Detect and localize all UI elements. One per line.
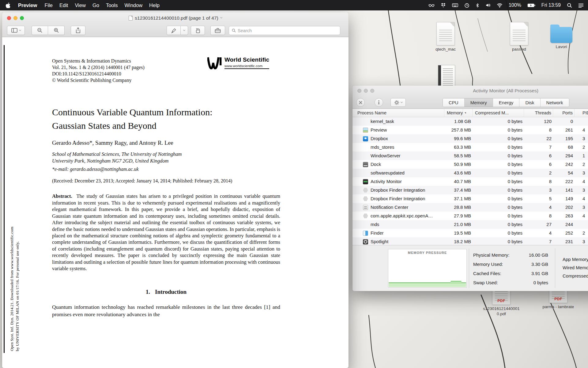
menu-item[interactable]: Help [146, 0, 163, 10]
time-machine-status-icon[interactable] [464, 3, 469, 8]
abstract-text: The study of Gaussian states has arisen … [52, 193, 280, 271]
markup-pen-button[interactable] [167, 26, 181, 35]
process-compressed: 0 bytes [473, 212, 524, 220]
wifi-status-icon[interactable] [497, 3, 503, 8]
process-memory: 19.5 MB [444, 229, 473, 237]
zoom-button[interactable] [20, 16, 24, 20]
desktop-icon-lavori[interactable]: Lavori [541, 22, 581, 50]
menu-item[interactable]: Go [89, 0, 103, 10]
column-compressed[interactable]: Compressed M... [473, 109, 524, 117]
search-input[interactable] [238, 28, 337, 33]
table-row[interactable]: Dropbox Finder Integration 37.4 MB 0 byt… [352, 186, 588, 194]
desktop-icon-passwd[interactable]: passwd [499, 22, 539, 52]
table-row[interactable]: WindowServer 58.5 MB 0 bytes 6 294 1 [352, 151, 588, 160]
process-pid: 4 [575, 212, 588, 220]
markup-button-group [167, 26, 188, 35]
title-chevron-down-icon[interactable] [220, 16, 222, 18]
column-ports[interactable]: Ports [553, 109, 575, 117]
tab[interactable]: Network [540, 98, 569, 107]
menu-item[interactable]: Tools [103, 0, 121, 10]
memory-stat-row: Cached Files: 3.91 GB [473, 269, 548, 278]
zoom-out-button[interactable] [32, 26, 48, 35]
table-row[interactable]: Finder 19.5 MB 0 bytes 4 252 2 [352, 229, 588, 237]
inspect-process-button[interactable] [375, 98, 383, 107]
quit-process-button[interactable] [356, 98, 365, 107]
process-compressed: 0 bytes [473, 203, 524, 212]
preview-window-chrome[interactable]: s1230161214400010.pdf (page 1 of 47) [2, 12, 349, 37]
column-threads[interactable]: Threads [524, 109, 553, 117]
table-row[interactable]: Dropbox Finder Integration 37.1 MB 0 byt… [352, 194, 588, 203]
column-pid[interactable]: PID [575, 109, 588, 117]
column-process-name[interactable]: Process Name [352, 109, 444, 117]
menu-item[interactable]: Preview [15, 0, 41, 10]
battery-icon[interactable] [527, 3, 535, 8]
table-row[interactable]: mds 21.0 MB 0 bytes 27 244 [352, 220, 588, 229]
activity-monitor-titlebar[interactable]: Activity Monitor (All Processes) [352, 86, 588, 96]
minimize-button[interactable] [364, 89, 368, 93]
glasses-status-icon[interactable] [428, 3, 435, 8]
preview-titlebar[interactable]: s1230161214400010.pdf (page 1 of 47) [2, 12, 349, 24]
close-button[interactable] [7, 16, 11, 20]
rotate-button[interactable] [191, 26, 205, 35]
markup-dropdown-button[interactable] [181, 26, 188, 35]
table-row[interactable]: Dropbox 99.6 MB 0 bytes 22 195 3 [352, 134, 588, 143]
window-title: Activity Monitor (All Processes) [473, 88, 538, 94]
memory-stats: Physical Memory: 16.00 GB Memory Used: 3… [473, 250, 548, 287]
process-memory: 27.9 MB [444, 212, 473, 220]
dropbox-status-icon[interactable] [441, 3, 446, 8]
apple-menu[interactable] [0, 2, 15, 8]
tab[interactable]: Memory [464, 98, 493, 107]
table-row[interactable]: mds_stores 63.3 MB 0 bytes 7 68 2 [352, 143, 588, 151]
minimize-button[interactable] [13, 16, 17, 20]
pen-icon [171, 28, 177, 33]
chevron-down-icon [183, 29, 185, 31]
bluetooth-status-icon[interactable] [476, 3, 479, 8]
table-row[interactable]: softwareupdated 43.6 MB 0 bytes 2 54 3 [352, 169, 588, 177]
tab[interactable]: Disk [519, 98, 540, 107]
table-row[interactable]: Activity Monitor 40.7 MB 0 bytes 8 222 4 [352, 177, 588, 186]
tab[interactable]: Energy [493, 98, 519, 107]
menu-item[interactable]: View [71, 0, 89, 10]
pdf-page[interactable]: Open Systems & Information Dynamics Vol.… [2, 37, 349, 368]
zoom-button[interactable] [370, 89, 374, 93]
settings-dropdown-button[interactable] [390, 98, 406, 107]
table-row[interactable]: kernel_task 1.08 GB 0 bytes 120 0 [352, 117, 588, 126]
notification-center-icon[interactable] [578, 3, 584, 8]
desktop-icon-spiral-document[interactable] [437, 65, 456, 88]
process-threads: 120 [524, 117, 553, 126]
process-memory: 43.6 MB [444, 169, 473, 177]
menu-item[interactable]: File [41, 0, 56, 10]
view-sidebar-button[interactable] [7, 26, 25, 35]
table-row[interactable]: Notification Center 28.8 MB 0 bytes 4 20… [352, 203, 588, 212]
spotlight-icon[interactable] [567, 3, 572, 8]
table-row[interactable]: Dock 50.9 MB 0 bytes 6 242 2 [352, 160, 588, 169]
process-table[interactable]: kernel_task 1.08 GB 0 bytes 120 0 Previe… [352, 117, 588, 245]
desktop-icon-qtech-mac[interactable]: qtech_mac [426, 22, 466, 52]
menu-item[interactable]: Edit [56, 0, 71, 10]
process-ports: 294 [553, 151, 575, 160]
search-icon [232, 29, 236, 33]
table-row[interactable]: Spotlight 18.2 MB 0 bytes 7 231 3 [352, 237, 588, 245]
keyboard-status-icon[interactable] [452, 3, 458, 8]
tab[interactable]: CPU [443, 98, 464, 107]
process-threads: 5 [524, 194, 553, 203]
activity-monitor-chrome[interactable]: Activity Monitor (All Processes) [352, 86, 588, 109]
menu-bar-clock[interactable]: Fri 13:59 [541, 2, 561, 8]
process-compressed: 0 bytes [473, 134, 524, 143]
affiliation-line1: School of Mathematical Sciences, The Uni… [52, 151, 280, 157]
share-button[interactable] [71, 26, 85, 35]
markup-toolbox-button[interactable] [210, 26, 225, 35]
search-field[interactable] [229, 26, 340, 35]
menu-item[interactable]: Window [121, 0, 146, 10]
desktop-icon-label: Lavori [556, 44, 567, 50]
volume-status-icon[interactable] [485, 3, 491, 8]
table-row[interactable]: Preview 257.8 MB 0 bytes 8 261 4 [352, 126, 588, 134]
table-row[interactable]: com.apple.appkit.xpc.openA… 27.9 MB 0 by… [352, 212, 588, 220]
zoom-in-button[interactable] [48, 26, 65, 35]
memory-stat-row: Swap Used: 0 bytes [473, 278, 548, 287]
close-button[interactable] [357, 89, 361, 93]
process-icon [363, 188, 368, 193]
menu-bar: PreviewFileEditViewGoToolsWindowHelp [0, 0, 588, 10]
process-icon [363, 196, 368, 201]
column-memory-sorted[interactable]: Memory [444, 109, 473, 117]
